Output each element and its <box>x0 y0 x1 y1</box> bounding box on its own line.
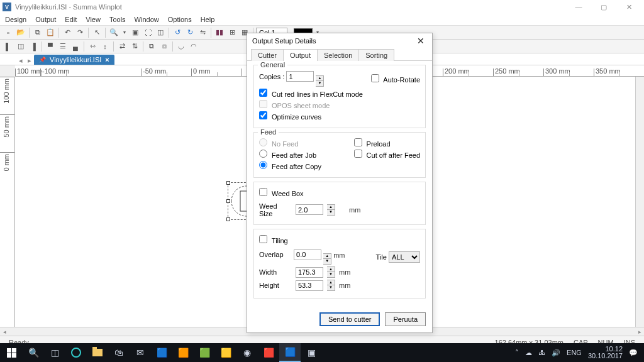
regmark-icon[interactable]: ⊞ <box>226 27 238 38</box>
align-bottom-icon[interactable]: ▄ <box>70 41 81 52</box>
open-icon[interactable]: 📂 <box>15 27 26 38</box>
copies-input[interactable] <box>286 71 314 82</box>
tile-select[interactable]: ALL <box>389 251 420 263</box>
feed-after-job-radio[interactable]: Feed after Job <box>259 150 321 159</box>
menu-window[interactable]: Window <box>135 16 159 23</box>
app-icon-2[interactable]: 🟧 <box>172 343 194 362</box>
pointer-icon[interactable]: ↖ <box>91 27 103 38</box>
resize-handle[interactable] <box>226 181 230 185</box>
tab-selection[interactable]: Selection <box>317 49 359 61</box>
store-icon[interactable]: 🛍 <box>108 343 130 362</box>
feed-after-copy-radio[interactable]: Feed after Copy <box>259 161 321 170</box>
menu-tools[interactable]: Tools <box>109 16 126 23</box>
cut-red-checkbox[interactable]: Cut red lines in FlexCut mode <box>259 89 363 98</box>
trim-icon[interactable]: ◠ <box>188 41 199 52</box>
close-button[interactable]: ✕ <box>616 0 641 14</box>
tab-cutter[interactable]: Cutter <box>251 49 284 61</box>
flip-h-icon[interactable]: ⇄ <box>116 41 128 52</box>
distribute-h-icon[interactable]: ⇿ <box>87 41 98 52</box>
winplot-taskbar-icon[interactable]: 🟦 <box>279 343 301 362</box>
tab-output[interactable]: Output <box>283 49 318 61</box>
menu-view[interactable]: View <box>86 16 101 23</box>
close-tab-icon[interactable]: × <box>105 56 109 63</box>
tab-prev-icon[interactable]: ◂ <box>16 57 25 65</box>
preload-checkbox[interactable]: Preload <box>354 138 420 148</box>
minimize-button[interactable]: — <box>566 0 591 14</box>
menu-edit[interactable]: Edit <box>65 16 77 23</box>
send-to-cutter-button[interactable]: Send to cutter <box>319 312 380 326</box>
start-button[interactable] <box>0 343 23 362</box>
align-center-h-icon[interactable]: ◫ <box>15 41 26 52</box>
maximize-button[interactable]: ▢ <box>591 0 616 14</box>
scroll-right-icon[interactable]: ▸ <box>635 329 644 335</box>
align-left-icon[interactable]: ▌ <box>3 41 14 52</box>
weed-size-spinner[interactable]: ▲▼ <box>327 204 335 216</box>
scroll-left-icon[interactable]: ◂ <box>0 329 9 335</box>
edge-icon[interactable] <box>65 343 87 362</box>
tray-lang[interactable]: ENG <box>567 349 582 356</box>
mail-icon[interactable]: ✉ <box>130 343 151 362</box>
tray-volume-icon[interactable]: 🔊 <box>552 349 560 357</box>
menu-help[interactable]: Help <box>201 16 215 23</box>
app-icon-3[interactable]: 🟩 <box>194 343 215 362</box>
dialog-titlebar[interactable]: Output Setup Details ✕ <box>247 33 432 48</box>
width-spinner[interactable]: ▲▼ <box>327 266 335 278</box>
rotate-ccw-icon[interactable]: ↺ <box>172 27 183 38</box>
explorer-icon[interactable] <box>87 343 108 362</box>
fit-icon[interactable]: ▣ <box>130 27 141 38</box>
align-right-icon[interactable]: ▐ <box>28 41 39 52</box>
app-icon-1[interactable]: 🟦 <box>151 343 172 362</box>
tray-cloud-icon[interactable]: ☁ <box>525 349 532 357</box>
task-view-icon[interactable]: ◫ <box>44 343 65 362</box>
auto-rotate-checkbox[interactable]: Auto-Rotate <box>371 74 420 84</box>
chrome-icon[interactable]: ◉ <box>236 343 258 362</box>
height-spinner[interactable]: ▲▼ <box>327 280 335 291</box>
dialog-close-icon[interactable]: ✕ <box>414 36 427 46</box>
zoom-sel-icon[interactable]: ⛶ <box>142 27 153 38</box>
zoom-dropdown-icon[interactable]: ▾ <box>121 30 128 35</box>
tray-chevron-icon[interactable]: ˄ <box>515 349 519 357</box>
menu-output[interactable]: Output <box>35 16 56 23</box>
copies-spinner[interactable]: ▲▼ <box>316 75 324 87</box>
group-icon[interactable]: ⧉ <box>146 41 157 52</box>
overlap-input[interactable] <box>294 250 321 260</box>
new-icon[interactable]: ▫ <box>3 27 14 38</box>
app-icon-4[interactable]: 🟨 <box>215 343 236 362</box>
menu-design[interactable]: Design <box>5 16 26 23</box>
tray-clock[interactable]: 10.12 30.10.2017 <box>588 346 623 359</box>
search-icon[interactable]: 🔍 <box>23 343 44 362</box>
ungroup-icon[interactable]: ⧈ <box>158 41 170 52</box>
tab-next-icon[interactable]: ▸ <box>25 57 34 65</box>
overlap-spinner[interactable]: ▲▼ <box>323 253 331 265</box>
menu-options[interactable]: Options <box>168 16 192 23</box>
tiling-checkbox[interactable]: Tiling <box>259 235 288 244</box>
copy-icon[interactable]: ⧉ <box>32 27 43 38</box>
distribute-v-icon[interactable]: ↕ <box>99 41 111 52</box>
tray-notifications-icon[interactable]: 💬 <box>629 349 638 357</box>
weld-icon[interactable]: ◡ <box>175 41 187 52</box>
weed-size-input[interactable] <box>296 204 323 215</box>
mirror-icon[interactable]: ⇋ <box>197 27 208 38</box>
height-input[interactable] <box>296 280 323 291</box>
cancel-button[interactable]: Peruuta <box>385 312 426 326</box>
tray-network-icon[interactable]: 🖧 <box>538 349 545 356</box>
file-tab[interactable]: 📌 Vinyylileikkuri.ISI × <box>34 55 114 65</box>
zoom-icon[interactable]: 🔍 <box>108 27 119 38</box>
cutoff-checkbox[interactable]: Cut off after Feed <box>354 150 420 159</box>
optimize-checkbox[interactable]: Optimize curves <box>259 111 321 121</box>
width-input[interactable] <box>296 267 323 278</box>
system-tray[interactable]: ˄ ☁ 🖧 🔊 ENG 10.12 30.10.2017 💬 <box>509 346 644 359</box>
undo-icon[interactable]: ↶ <box>62 27 73 38</box>
zoom-page-icon[interactable]: ◫ <box>155 27 166 38</box>
rotate-cw-icon[interactable]: ↻ <box>184 27 196 38</box>
barcode-icon[interactable]: ▮▮ <box>214 27 225 38</box>
resize-handle[interactable] <box>226 199 230 203</box>
app-icon-5[interactable]: 🟥 <box>258 343 279 362</box>
align-top-icon[interactable]: ▀ <box>45 41 56 52</box>
flip-v-icon[interactable]: ⇅ <box>129 41 140 52</box>
resize-handle[interactable] <box>226 217 230 221</box>
app-icon-6[interactable]: ▣ <box>301 343 322 362</box>
paste-icon[interactable]: 📋 <box>45 27 56 38</box>
align-center-v-icon[interactable]: ☰ <box>57 41 69 52</box>
scrollbar-vertical[interactable] <box>635 77 644 327</box>
